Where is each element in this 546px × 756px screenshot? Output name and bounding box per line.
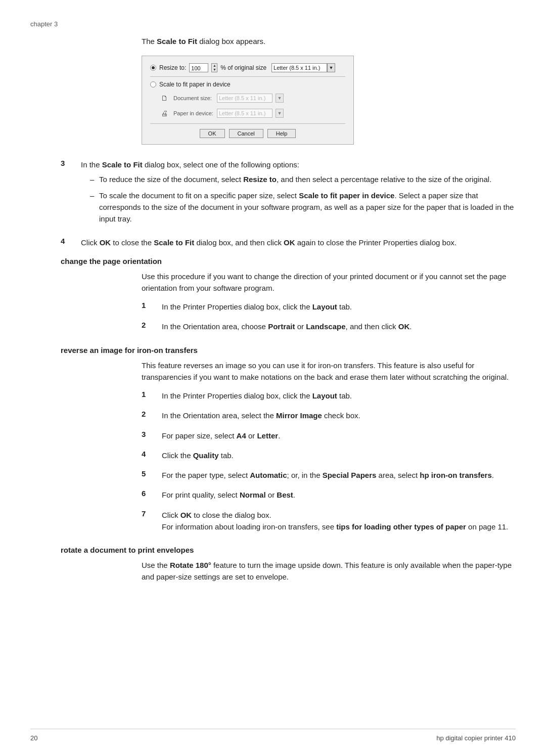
iron-heading: reverse an image for iron-on transfers [61, 346, 516, 354]
orientation-heading: change the page orientation [61, 257, 516, 265]
step3-bullets: To reduce the size of the document, sele… [81, 173, 516, 225]
paper-select[interactable]: Letter (8.5 x 11 in.) [217, 109, 272, 118]
orientation-intro: Use this procedure if you want to change… [142, 271, 516, 294]
doc-size-label: Document size: [173, 95, 214, 101]
iron-step3-content: For paper size, select A4 or Letter. [162, 430, 516, 441]
rotate-intro: Use the Rotate 180° feature to turn the … [142, 559, 516, 583]
scale-radio[interactable] [150, 81, 156, 87]
product-name: hp digital copier printer 410 [436, 734, 516, 742]
resize-spinner[interactable]: ▲ ▼ [211, 63, 217, 72]
orient-step1: 1 In the Printer Properties dialog box, … [142, 301, 516, 313]
iron-step5-content: For the paper type, select Automatic; or… [162, 469, 516, 481]
doc-size-arrow[interactable]: ▼ [276, 94, 284, 103]
chapter-text: chapter 3 [30, 20, 58, 28]
scale-row: Scale to fit paper in device [150, 81, 345, 88]
resize-row: Resize to: 100 ▲ ▼ % of original size Le… [150, 63, 345, 72]
iron-step2: 2 In the Orientation area, select the Mi… [142, 410, 516, 421]
resize-suffix: % of original size [220, 64, 266, 71]
printer-icon: 🖨 [158, 107, 170, 119]
scale-to-fit-dialog: Resize to: 100 ▲ ▼ % of original size Le… [142, 56, 354, 145]
iron-step7-content: Click OK to close the dialog box. For in… [162, 509, 516, 533]
orient-step2-content: In the Orientation area, choose Portrait… [162, 321, 516, 332]
page: chapter 3 The Scale to Fit dialog box ap… [0, 0, 546, 756]
iron-step3-num: 3 [142, 430, 162, 438]
section-iron: reverse an image for iron-on transfers T… [61, 346, 516, 533]
paper-label: Paper in device: [173, 110, 214, 116]
bullet-resize: To reduce the size of the document, sele… [90, 173, 516, 185]
ok-button[interactable]: OK [200, 129, 225, 138]
iron-step1: 1 In the Printer Properties dialog box, … [142, 390, 516, 402]
section-orientation: change the page orientation Use this pro… [61, 257, 516, 333]
cancel-button[interactable]: Cancel [229, 129, 263, 138]
chapter-label: chapter 3 [30, 20, 516, 28]
iron-step1-content: In the Printer Properties dialog box, cl… [162, 390, 516, 402]
step4-content: Click OK to close the Scale to Fit dialo… [81, 237, 516, 248]
doc-size-row: 🗋 Document size: Letter (8.5 x 11 in.) ▼ [150, 92, 345, 104]
step4-num: 4 [61, 237, 81, 245]
orient-step2: 2 In the Orientation area, choose Portra… [142, 321, 516, 332]
page-number: 20 [30, 734, 37, 742]
iron-step5: 5 For the paper type, select Automatic; … [142, 469, 516, 481]
doc-icon: 🗋 [158, 92, 170, 104]
iron-step2-num: 2 [142, 410, 162, 418]
iron-step4: 4 Click the Quality tab. [142, 450, 516, 461]
dialog-container: Resize to: 100 ▲ ▼ % of original size Le… [142, 56, 516, 145]
iron-step2-content: In the Orientation area, select the Mirr… [162, 410, 516, 421]
resize-input[interactable]: 100 [189, 63, 208, 72]
resize-label: Resize to: [159, 64, 186, 71]
dialog-buttons: OK Cancel Help [150, 129, 345, 138]
section-rotate: rotate a document to print envelopes Use… [61, 546, 516, 583]
step4-block: 4 Click OK to close the Scale to Fit dia… [61, 237, 516, 248]
resize-select[interactable]: Letter (8.5 x 11 in.) [271, 63, 327, 72]
iron-step3: 3 For paper size, select A4 or Letter. [142, 430, 516, 441]
iron-step6-content: For print quality, select Normal or Best… [162, 489, 516, 501]
iron-step6-num: 6 [142, 489, 162, 498]
dialog-divider2 [150, 123, 345, 124]
iron-step7: 7 Click OK to close the dialog box. For … [142, 509, 516, 533]
resize-select-arrow[interactable]: ▼ [327, 63, 335, 72]
iron-step5-num: 5 [142, 469, 162, 478]
iron-steps: 1 In the Printer Properties dialog box, … [142, 390, 516, 532]
step3-block: 3 In the Scale to Fit dialog box, select… [61, 159, 516, 229]
iron-step4-num: 4 [142, 450, 162, 458]
step3-content: In the Scale to Fit dialog box, select o… [81, 159, 516, 229]
dialog-divider1 [150, 76, 345, 77]
iron-step1-num: 1 [142, 390, 162, 398]
paper-device-row: 🖨 Paper in device: Letter (8.5 x 11 in.)… [150, 107, 345, 119]
step3-num: 3 [61, 159, 81, 167]
scale-label: Scale to fit paper in device [159, 81, 231, 88]
rotate-heading: rotate a document to print envelopes [61, 546, 516, 554]
iron-step6: 6 For print quality, select Normal or Be… [142, 489, 516, 501]
iron-step4-content: Click the Quality tab. [162, 450, 516, 461]
iron-intro: This feature reverses an image so you ca… [142, 360, 516, 383]
help-button[interactable]: Help [267, 129, 296, 138]
intro-paragraph: The Scale to Fit dialog box appears. [142, 37, 516, 46]
orient-step1-content: In the Printer Properties dialog box, cl… [162, 301, 516, 313]
footer: 20 hp digital copier printer 410 [30, 729, 516, 742]
intro-bold: Scale to Fit [157, 37, 197, 46]
intro-before: The [142, 37, 157, 46]
bullet-scale: To scale the document to fit on a specif… [90, 190, 516, 225]
iron-step7-num: 7 [142, 509, 162, 518]
orient-step2-num: 2 [142, 321, 162, 329]
orientation-steps: 1 In the Printer Properties dialog box, … [142, 301, 516, 333]
paper-arrow[interactable]: ▼ [276, 109, 284, 118]
main-content: 3 In the Scale to Fit dialog box, select… [61, 159, 516, 583]
intro-after: dialog box appears. [197, 37, 265, 46]
orient-step1-num: 1 [142, 301, 162, 309]
resize-radio[interactable] [150, 65, 156, 71]
doc-size-select[interactable]: Letter (8.5 x 11 in.) [217, 94, 272, 103]
